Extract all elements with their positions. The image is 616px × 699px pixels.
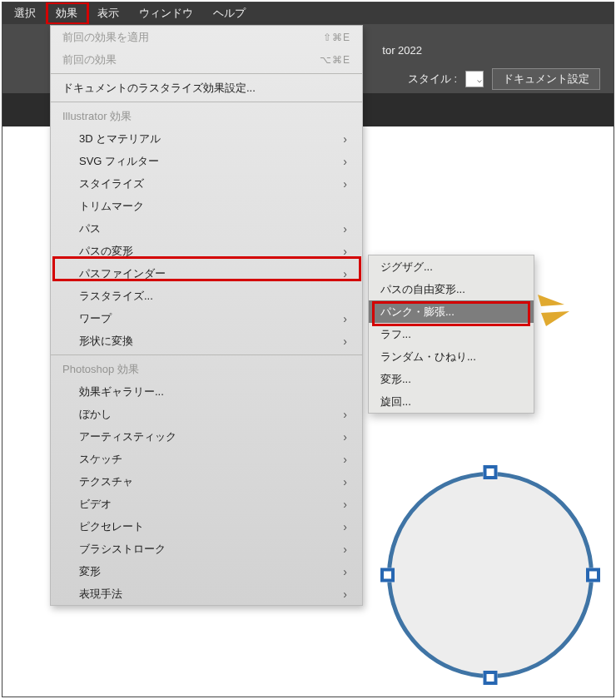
submenu-arrow-icon: › — [343, 245, 350, 258]
document-settings-button[interactable]: ドキュメント設定 — [492, 68, 600, 90]
ellipse-shape — [387, 472, 594, 678]
menuitem-label: SVG フィルター — [79, 154, 159, 169]
menuitem[interactable]: 変形› — [51, 560, 362, 582]
menuitem[interactable]: ビデオ› — [51, 493, 362, 515]
shortcut-label: ⌥⌘E — [320, 54, 350, 66]
menuitem-label: ビデオ — [79, 497, 112, 512]
submenu-arrow-icon: › — [343, 335, 350, 348]
submenu-arrow-icon: › — [343, 498, 350, 511]
section-header-photoshop: Photoshop 効果 — [51, 358, 362, 380]
menuitem-label: 変形 — [79, 564, 101, 579]
app-title-suffix: tor 2022 — [382, 44, 422, 57]
menuitem[interactable]: 3D とマテリアル› — [51, 127, 362, 150]
submenu-item[interactable]: ラフ... — [369, 323, 534, 345]
submenu-item[interactable]: ジグザグ... — [369, 255, 534, 278]
selected-ellipse[interactable] — [387, 472, 594, 678]
submenu-item[interactable]: 変形... — [369, 368, 534, 390]
submenu-arrow-icon: › — [343, 177, 350, 191]
menuitem-label: ぼかし — [79, 407, 112, 422]
menuitem[interactable]: ラスタライズ... — [51, 285, 362, 307]
menuitem-rasterize-settings[interactable]: ドキュメントのラスタライズ効果設定... — [51, 77, 362, 99]
submenu-arrow-icon: › — [343, 155, 350, 168]
menuitem[interactable]: トリムマーク — [51, 195, 362, 217]
submenu-arrow-icon: › — [343, 565, 350, 578]
menu-window[interactable]: ウィンドウ — [129, 2, 203, 24]
section-header-illustrator: Illustrator 効果 — [51, 105, 362, 127]
menuitem[interactable]: ぼかし› — [51, 403, 362, 425]
submenu-arrow-icon: › — [343, 587, 350, 601]
menuitem-label: アーティスティック — [79, 429, 176, 444]
menu-separator — [51, 354, 362, 355]
submenu-arrow-icon: › — [343, 475, 350, 488]
menuitem[interactable]: SVG フィルター› — [51, 150, 362, 172]
submenu-arrow-icon: › — [343, 520, 350, 533]
submenu-arrow-icon: › — [343, 543, 350, 556]
submenu-arrow-icon: › — [343, 132, 350, 146]
menuitem[interactable]: テクスチャ› — [51, 470, 362, 493]
menuitem[interactable]: 効果ギャラリー... — [51, 380, 362, 403]
menuitem[interactable]: パス› — [51, 217, 362, 240]
menuitem-label: ワープ — [79, 311, 112, 326]
menuitem-label: 3D とマテリアル — [79, 131, 161, 146]
anchor-handle-bottom[interactable] — [484, 671, 498, 685]
menuitem-label: ブラシストローク — [79, 542, 166, 557]
menubar: 選択 効果 表示 ウィンドウ ヘルプ — [2, 2, 614, 24]
menuitem[interactable]: ブラシストローク› — [51, 538, 362, 560]
menuitem[interactable]: ワープ› — [51, 307, 362, 330]
anchor-handle-left[interactable] — [380, 568, 395, 582]
menuitem-label: 前回の効果 — [62, 52, 117, 67]
menuitem-label: パス — [79, 221, 101, 236]
menu-effect[interactable]: 効果 — [46, 2, 87, 24]
menuitem-label: 前回の効果を適用 — [62, 30, 149, 45]
menuitem-label: 表現手法 — [79, 587, 122, 602]
menuitem-label: テクスチャ — [79, 474, 133, 489]
submenu-arrow-icon: › — [343, 453, 350, 466]
menuitem-label: パスファインダー — [79, 266, 166, 281]
menuitem[interactable]: ピクセレート› — [51, 515, 362, 538]
menuitem[interactable]: 表現手法› — [51, 582, 362, 605]
menuitem[interactable]: 形状に変換› — [51, 330, 362, 352]
submenu-arrow-icon: › — [343, 267, 350, 280]
submenu-arrow-icon: › — [343, 312, 350, 325]
menuitem[interactable]: アーティスティック› — [51, 425, 362, 448]
submenu-item[interactable]: パンク・膨張... — [369, 300, 534, 323]
submenu-arrow-icon: › — [343, 222, 350, 235]
submenu-item[interactable]: パスの自由変形... — [369, 278, 534, 300]
menuitem[interactable]: パスファインダー› — [51, 262, 362, 285]
annotation-pointer-icon — [536, 288, 578, 330]
menuitem-label: ピクセレート — [79, 519, 144, 534]
menu-help[interactable]: ヘルプ — [203, 2, 256, 24]
style-swatch-dropdown[interactable]: ⌵ — [465, 71, 484, 87]
menuitem-label: ドキュメントのラスタライズ効果設定... — [62, 81, 256, 96]
menuitem-label: 効果ギャラリー... — [79, 384, 164, 399]
menuitem-label: スタイライズ — [79, 176, 144, 191]
chevron-down-icon: ⌵ — [477, 75, 483, 84]
menuitem[interactable]: パスの変形› — [51, 240, 362, 262]
path-distort-submenu: ジグザグ...パスの自由変形...パンク・膨張...ラフ...ランダム・ひねり.… — [368, 255, 534, 414]
menuitem-last-effect: 前回の効果 ⌥⌘E — [51, 48, 362, 71]
submenu-item[interactable]: ランダム・ひねり... — [369, 345, 534, 368]
menu-select[interactable]: 選択 — [4, 2, 46, 24]
effect-menu-dropdown: 前回の効果を適用 ⇧⌘E 前回の効果 ⌥⌘E ドキュメントのラスタライズ効果設定… — [50, 25, 363, 606]
svg-marker-1 — [541, 311, 569, 326]
style-label: スタイル : — [408, 72, 457, 87]
menuitem[interactable]: スケッチ› — [51, 448, 362, 470]
menuitem-label: 形状に変換 — [79, 334, 133, 349]
menuitem[interactable]: スタイライズ› — [51, 172, 362, 195]
menuitem-label: トリムマーク — [79, 199, 144, 214]
menu-view[interactable]: 表示 — [87, 2, 129, 24]
submenu-item[interactable]: 旋回... — [369, 390, 534, 413]
shortcut-label: ⇧⌘E — [323, 32, 350, 43]
anchor-handle-right[interactable] — [586, 568, 600, 582]
menuitem-label: スケッチ — [79, 452, 122, 467]
menuitem-label: ラスタライズ... — [79, 289, 153, 304]
anchor-handle-top[interactable] — [484, 465, 498, 479]
submenu-arrow-icon: › — [343, 430, 350, 444]
svg-marker-0 — [538, 295, 564, 306]
submenu-arrow-icon: › — [343, 408, 350, 421]
menu-separator — [51, 102, 362, 102]
menuitem-apply-last-effect: 前回の効果を適用 ⇧⌘E — [51, 26, 362, 48]
menu-separator — [51, 73, 362, 74]
menuitem-label: パスの変形 — [79, 244, 133, 259]
